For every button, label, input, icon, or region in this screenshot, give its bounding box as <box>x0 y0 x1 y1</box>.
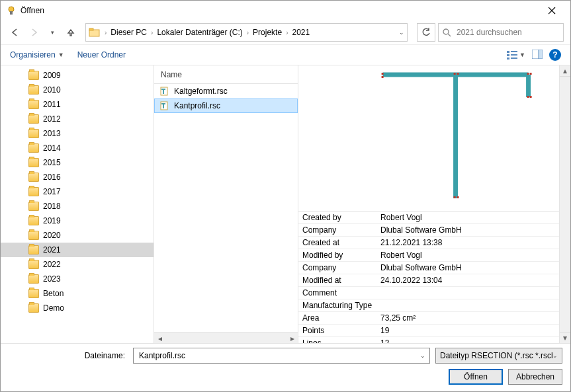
forward-button[interactable] <box>26 24 42 40</box>
detail-row: Comment <box>298 287 570 299</box>
tree-item[interactable]: 2011 <box>1 97 154 112</box>
preview-pane-icon <box>532 50 543 59</box>
scroll-right-icon[interactable]: ▸ <box>286 333 298 344</box>
view-mode-button[interactable]: ▼ <box>507 50 525 59</box>
detail-row: Modified byRobert Vogl <box>298 249 570 262</box>
tree-item[interactable]: 2018 <box>1 199 154 214</box>
scroll-left-icon[interactable]: ◂ <box>154 333 165 344</box>
recent-dropdown[interactable]: ▾ <box>44 24 60 40</box>
folder-icon <box>28 274 39 284</box>
help-button[interactable]: ? <box>549 49 561 61</box>
tree-item[interactable]: 2009 <box>1 68 154 83</box>
detail-row: Area73,25 cm² <box>298 312 570 325</box>
tree-item-label: 2014 <box>43 143 61 153</box>
folder-icon <box>89 26 101 38</box>
folder-icon <box>28 216 39 225</box>
organize-menu[interactable]: Organisieren ▼ <box>10 50 64 59</box>
file-list[interactable]: Kaltgeformt.rscKantprofil.rsc <box>154 84 298 332</box>
svg-rect-29 <box>527 73 529 75</box>
filename-combobox[interactable]: ⌄ <box>133 348 430 364</box>
vertical-scrollbar[interactable]: ▴ ▾ <box>559 65 570 343</box>
svg-rect-28 <box>457 73 459 75</box>
file-type-combobox[interactable]: Dateityp RSECTION (*.rsc *.rscb ⌄ <box>435 348 562 364</box>
detail-key: Created at <box>298 238 378 247</box>
tree-item[interactable]: 2013 <box>1 126 154 141</box>
up-button[interactable] <box>63 24 79 40</box>
tree-item-label: 2010 <box>43 85 61 95</box>
app-icon <box>6 5 17 16</box>
view-details-icon <box>507 50 517 59</box>
file-type-label: Dateityp RSECTION (*.rsc *.rscb <box>440 351 552 360</box>
file-icon <box>159 86 170 97</box>
tree-item[interactable]: 2010 <box>1 83 154 97</box>
detail-key: Lines <box>298 338 378 343</box>
tree-item-label: 2017 <box>43 187 61 196</box>
breadcrumb[interactable]: 2021 <box>289 26 312 38</box>
detail-key: Company <box>298 225 378 235</box>
file-item[interactable]: Kaltgeformt.rsc <box>154 84 298 98</box>
svg-line-7 <box>448 34 451 36</box>
file-item[interactable]: Kantprofil.rsc <box>154 98 298 113</box>
window-title: Öffnen <box>21 6 539 15</box>
back-button[interactable] <box>7 24 23 40</box>
svg-rect-27 <box>453 73 455 75</box>
chevron-down-icon[interactable]: ⌄ <box>420 352 425 359</box>
detail-value: 21.12.2021 13:38 <box>378 238 570 247</box>
tree-item[interactable]: 2019 <box>1 214 154 228</box>
chevron-down-icon[interactable]: ⌄ <box>399 29 404 36</box>
tree-item[interactable]: 2012 <box>1 112 154 126</box>
detail-key: Manufacturing Type <box>298 301 378 310</box>
tree-item-label: Beton <box>43 289 64 298</box>
scroll-up-icon[interactable]: ▴ <box>560 65 570 77</box>
detail-value: 19 <box>378 326 570 335</box>
chevron-down-icon: ▼ <box>58 52 64 58</box>
tree-item-label: 2009 <box>43 71 61 80</box>
detail-value: Dlubal Software GmbH <box>378 263 570 272</box>
tree-item[interactable]: 2023 <box>1 272 154 286</box>
tree-item-label: 2021 <box>43 245 61 255</box>
column-header-name[interactable]: Name <box>154 70 298 79</box>
file-item-label: Kantprofil.rsc <box>174 101 220 110</box>
preview-pane-button[interactable] <box>532 50 543 61</box>
detail-key: Created by <box>298 213 378 222</box>
tree-item[interactable]: Beton <box>1 286 154 301</box>
tree-item[interactable]: 2017 <box>1 184 154 199</box>
folder-icon <box>28 289 39 298</box>
folder-icon <box>28 245 39 255</box>
new-folder-button[interactable]: Neuer Ordner <box>77 50 126 59</box>
tree-item-label: 2015 <box>43 158 61 167</box>
tree-item-label: 2016 <box>43 173 61 182</box>
detail-key: Company <box>298 263 378 272</box>
breadcrumb[interactable]: Projekte <box>250 26 285 38</box>
detail-row: Points19 <box>298 325 570 337</box>
refresh-button[interactable] <box>417 23 435 42</box>
breadcrumb[interactable]: Dieser PC <box>108 26 150 38</box>
breadcrumb[interactable]: Lokaler Datenträger (C:) <box>154 26 245 38</box>
tree-item[interactable]: 2014 <box>1 141 154 155</box>
section-preview-icon <box>376 69 548 202</box>
preview-details-pane: Created byRobert VoglCompanyDlubal Softw… <box>298 65 570 343</box>
search-input[interactable] <box>455 27 559 38</box>
svg-rect-21 <box>161 103 165 104</box>
address-bar[interactable]: › Dieser PC › Lokaler Datenträger (C:) ›… <box>85 23 408 42</box>
detail-key: Points <box>298 326 378 335</box>
scroll-down-icon[interactable]: ▾ <box>560 332 570 343</box>
tree-item[interactable]: 2021 <box>1 243 154 257</box>
tree-item[interactable]: 2020 <box>1 228 154 243</box>
horizontal-scrollbar[interactable]: ◂ ▸ <box>154 332 298 343</box>
tree-item[interactable]: 2016 <box>1 170 154 184</box>
tree-item[interactable]: 2015 <box>1 155 154 170</box>
tree-item-label: Demo <box>43 303 64 313</box>
svg-rect-15 <box>539 50 543 59</box>
open-button[interactable]: Öffnen <box>449 369 503 385</box>
tree-item[interactable]: 2022 <box>1 257 154 272</box>
detail-value: Robert Vogl <box>378 213 570 222</box>
close-button[interactable] <box>539 2 565 19</box>
tree-item-label: 2012 <box>43 114 61 124</box>
file-icon <box>159 100 170 111</box>
folder-tree[interactable]: 2009201020112012201320142015201620172018… <box>1 65 154 343</box>
search-box[interactable] <box>438 23 564 42</box>
cancel-button[interactable]: Abbrechen <box>508 369 562 385</box>
tree-item[interactable]: Demo <box>1 301 154 315</box>
filename-input[interactable] <box>138 350 420 361</box>
